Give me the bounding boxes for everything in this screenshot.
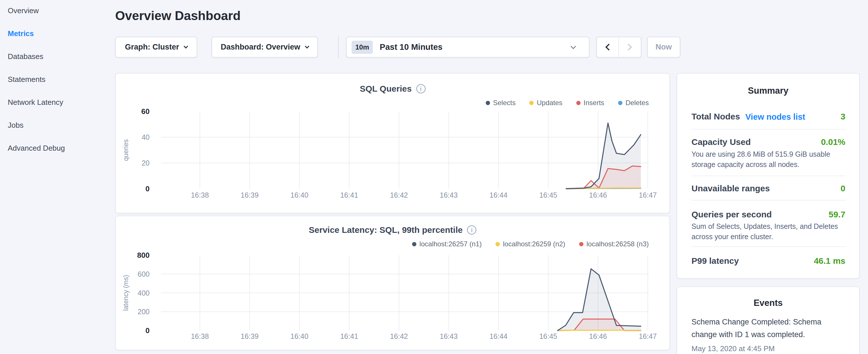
svg-text:16:45: 16:45 <box>539 332 557 340</box>
now-button[interactable]: Now <box>647 37 680 58</box>
summary-panel: Summary Total Nodes View nodes list 3 Ca… <box>677 73 860 279</box>
total-nodes-label: Total Nodes <box>691 112 740 122</box>
time-forward-button[interactable] <box>619 37 641 57</box>
divider <box>691 200 845 200</box>
unavailable-ranges-value: 0 <box>840 184 845 193</box>
unavailable-ranges-label: Unavailable ranges <box>691 184 770 193</box>
sql-queries-chart-card: SQL Queries i SelectsUpdatesInsertsDelet… <box>115 73 670 213</box>
time-back-button[interactable] <box>597 37 619 57</box>
svg-text:16:38: 16:38 <box>191 332 209 340</box>
svg-text:16:38: 16:38 <box>191 191 209 199</box>
time-window-badge: 10m <box>351 41 373 54</box>
time-window-dropdown[interactable]: 10m Past 10 Minutes <box>346 37 589 58</box>
svg-text:queries: queries <box>122 139 129 161</box>
time-window-label: Past 10 Minutes <box>380 42 442 52</box>
time-pager <box>596 37 641 58</box>
svg-text:16:39: 16:39 <box>241 191 259 199</box>
svg-text:16:46: 16:46 <box>589 191 607 199</box>
graph-dropdown-label: Graph: Cluster <box>125 43 179 52</box>
event-text: Schema Change Completed: Schema change w… <box>691 316 831 341</box>
svg-text:200: 200 <box>137 308 150 316</box>
capacity-used-description: You are using 28.6 MiB of 515.9 GiB usab… <box>691 149 848 169</box>
sidebar-item-metrics[interactable]: Metrics <box>8 22 102 45</box>
view-nodes-list-link[interactable]: View nodes list <box>745 112 805 122</box>
svg-text:16:44: 16:44 <box>490 191 507 199</box>
svg-text:latency (ms): latency (ms) <box>122 275 129 311</box>
capacity-used-label: Capacity Used <box>691 137 751 147</box>
svg-text:16:47: 16:47 <box>639 191 657 199</box>
svg-text:400: 400 <box>137 289 150 297</box>
toolbar-divider <box>338 36 339 58</box>
service-latency-chart-plot[interactable]: 16:3816:3916:4016:4116:4216:4316:4416:45… <box>116 216 671 351</box>
event-item[interactable]: Schema Change Completed: Schema change w… <box>691 316 831 354</box>
svg-text:800: 800 <box>137 251 150 259</box>
chevron-down-icon <box>184 44 188 49</box>
chevron-down-icon <box>305 44 309 49</box>
svg-text:16:43: 16:43 <box>440 332 458 340</box>
svg-text:16:41: 16:41 <box>340 332 358 340</box>
dashboard-dropdown-label: Dashboard: Overview <box>221 43 300 52</box>
p99-latency-value: 46.1 ms <box>814 256 845 266</box>
svg-text:40: 40 <box>142 133 150 141</box>
chevron-down-icon <box>570 43 576 49</box>
dashboard-dropdown[interactable]: Dashboard: Overview <box>212 37 318 58</box>
total-nodes-value: 3 <box>840 112 845 122</box>
qps-label: Queries per second <box>691 210 772 219</box>
event-timestamp: May 13, 2020 at 4:45 PM <box>691 343 831 354</box>
svg-text:0: 0 <box>146 185 150 193</box>
db-console-metrics-page: OverviewMetricsDatabasesStatementsNetwor… <box>0 0 868 354</box>
toolbar: Graph: Cluster Dashboard: Overview 10m P… <box>115 37 683 58</box>
divider <box>691 129 845 129</box>
divider <box>691 246 845 247</box>
service-latency-chart-card: Service Latency: SQL, 99th percentile i … <box>115 216 670 350</box>
svg-text:16:41: 16:41 <box>340 191 358 199</box>
chevron-left-icon <box>605 43 612 51</box>
svg-text:16:45: 16:45 <box>539 191 557 199</box>
sidebar-item-network-latency[interactable]: Network Latency <box>8 91 102 114</box>
events-panel: Events Schema Change Completed: Schema c… <box>677 286 860 354</box>
svg-text:16:40: 16:40 <box>290 191 309 199</box>
svg-text:20: 20 <box>142 159 150 167</box>
svg-text:16:40: 16:40 <box>290 332 309 340</box>
svg-text:16:42: 16:42 <box>390 191 408 199</box>
svg-text:0: 0 <box>146 326 150 335</box>
sidebar-item-advanced-debug[interactable]: Advanced Debug <box>8 137 102 160</box>
svg-text:16:39: 16:39 <box>241 332 259 340</box>
svg-text:16:43: 16:43 <box>440 191 458 199</box>
svg-text:60: 60 <box>141 107 150 116</box>
divider <box>691 175 845 176</box>
svg-text:16:42: 16:42 <box>390 332 408 340</box>
sql-queries-chart-plot[interactable]: 16:3816:3916:4016:4116:4216:4316:4416:45… <box>116 74 671 214</box>
capacity-used-value: 0.01% <box>821 137 845 147</box>
sidebar-item-jobs[interactable]: Jobs <box>8 114 102 137</box>
chevron-right-icon <box>625 43 632 51</box>
sidebar-item-databases[interactable]: Databases <box>8 45 102 68</box>
page-title: Overview Dashboard <box>115 9 241 23</box>
svg-text:16:44: 16:44 <box>490 332 507 340</box>
qps-value: 59.7 <box>829 210 845 219</box>
p99-latency-label: P99 latency <box>691 256 739 266</box>
qps-description: Sum of Selects, Updates, Inserts, and De… <box>691 221 848 242</box>
graph-dropdown[interactable]: Graph: Cluster <box>115 37 197 58</box>
svg-text:16:47: 16:47 <box>639 332 657 340</box>
sidebar-item-statements[interactable]: Statements <box>8 68 102 91</box>
svg-text:600: 600 <box>137 270 150 278</box>
sidebar-item-overview[interactable]: Overview <box>8 0 102 22</box>
sidebar: OverviewMetricsDatabasesStatementsNetwor… <box>8 0 102 160</box>
summary-heading: Summary <box>677 86 859 96</box>
events-heading: Events <box>677 298 859 308</box>
svg-text:16:46: 16:46 <box>589 332 607 340</box>
